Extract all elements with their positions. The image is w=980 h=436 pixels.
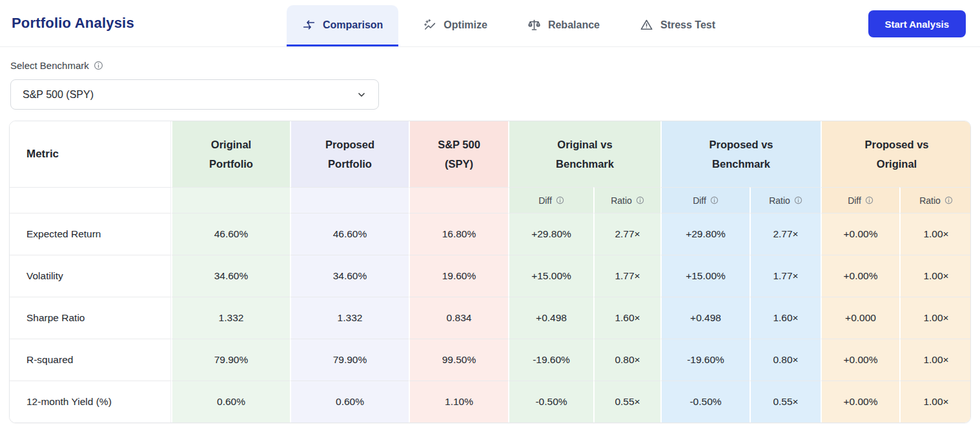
tab-bar: Comparison Optimize Rebalance (287, 5, 731, 46)
benchmark-section: Select Benchmark S&P 500 (SPY) (10, 60, 970, 110)
subheader-metric-spacer (10, 187, 171, 213)
info-icon[interactable] (94, 61, 103, 70)
subheader-pvo-ratio: Ratio (899, 187, 971, 213)
value-cell: 1.77× (750, 255, 821, 297)
value-cell: 2.77× (750, 213, 821, 255)
subheader-ovb-diff: Diff (508, 187, 593, 213)
value-cell: 0.60% (171, 381, 290, 422)
value-cell: +0.00% (821, 381, 899, 422)
sparkles-icon (423, 18, 436, 32)
value-cell: 16.80% (409, 213, 508, 255)
value-cell: 0.80× (750, 339, 821, 381)
info-icon[interactable] (944, 196, 953, 204)
warning-triangle-icon (640, 18, 653, 32)
info-icon[interactable] (556, 196, 564, 204)
metric-cell: R-squared (10, 339, 171, 381)
table-subheader-row: Diff Ratio Diff Ratio Diff Ratio (10, 187, 971, 213)
metric-cell: Sharpe Ratio (10, 297, 171, 339)
subheader-pvb-diff: Diff (660, 187, 750, 213)
benchmark-selected-value: S&P 500 (SPY) (23, 89, 94, 101)
value-cell: +0.498 (660, 297, 750, 339)
value-cell: -19.60% (660, 339, 750, 381)
value-cell: 79.90% (171, 339, 290, 381)
value-cell: 0.55× (593, 381, 660, 422)
value-cell: +0.00% (821, 255, 899, 297)
tab-optimize-label: Optimize (444, 19, 487, 31)
column-header-proposed-portfolio: Proposed Portfolio (290, 121, 409, 187)
value-cell: 1.60× (750, 297, 821, 339)
value-cell: +15.00% (660, 255, 750, 297)
value-cell: +29.80% (508, 213, 593, 255)
app-header: Portfolio Analysis Comparison Optimize (0, 0, 980, 47)
page-title: Portfolio Analysis (12, 15, 134, 32)
balance-scale-icon (527, 18, 541, 32)
value-cell: -19.60% (508, 339, 593, 381)
column-header-proposed-vs-benchmark: Proposed vs Benchmark (660, 121, 821, 187)
value-cell: 79.90% (290, 339, 409, 381)
value-cell: +15.00% (508, 255, 593, 297)
value-cell: 2.77× (593, 213, 660, 255)
column-header-metric: Metric (10, 121, 171, 187)
value-cell: 46.60% (290, 213, 409, 255)
metric-cell: Volatility (10, 255, 171, 297)
benchmark-label-row: Select Benchmark (10, 60, 970, 71)
value-cell: 46.60% (171, 213, 290, 255)
subheader-spacer (171, 187, 290, 213)
value-cell: 1.00× (899, 255, 971, 297)
value-cell: -0.50% (508, 381, 593, 422)
info-icon[interactable] (865, 196, 873, 204)
value-cell: 34.60% (171, 255, 290, 297)
value-cell: 0.834 (409, 297, 508, 339)
table-row: 12-month Yield (%) 0.60% 0.60% 1.10% -0.… (10, 381, 971, 422)
value-cell: 1.332 (171, 297, 290, 339)
value-cell: -0.50% (660, 381, 750, 422)
subheader-ovb-ratio: Ratio (593, 187, 660, 213)
value-cell: 19.60% (409, 255, 508, 297)
column-header-original-portfolio: Original Portfolio (171, 121, 290, 187)
table-row: Volatility 34.60% 34.60% 19.60% +15.00% … (10, 255, 971, 297)
column-header-proposed-vs-original: Proposed vs Original (821, 121, 971, 187)
subheader-spacer (409, 187, 508, 213)
value-cell: +0.000 (821, 297, 899, 339)
start-analysis-button[interactable]: Start Analysis (868, 10, 966, 37)
subheader-pvo-diff: Diff (821, 187, 899, 213)
tab-optimize[interactable]: Optimize (407, 5, 503, 46)
value-cell: 99.50% (409, 339, 508, 381)
subheader-pvb-ratio: Ratio (750, 187, 821, 213)
comparison-table: Metric Original Portfolio Proposed Portf… (9, 121, 971, 423)
value-cell: 1.77× (593, 255, 660, 297)
table-header-row: Metric Original Portfolio Proposed Portf… (10, 121, 971, 187)
value-cell: +0.498 (508, 297, 593, 339)
table-row: R-squared 79.90% 79.90% 99.50% -19.60% 0… (10, 339, 971, 381)
value-cell: 1.00× (899, 381, 971, 422)
metric-cell: Expected Return (10, 213, 171, 255)
value-cell: 1.00× (899, 213, 971, 255)
subheader-spacer (290, 187, 409, 213)
value-cell: 34.60% (290, 255, 409, 297)
tab-comparison[interactable]: Comparison (287, 5, 398, 46)
value-cell: 1.00× (899, 297, 971, 339)
value-cell: 1.10% (409, 381, 508, 422)
column-header-benchmark: S&P 500 (SPY) (409, 121, 508, 187)
info-icon[interactable] (710, 196, 719, 204)
tab-stress-test-label: Stress Test (660, 19, 715, 31)
info-icon[interactable] (636, 196, 644, 204)
tab-rebalance[interactable]: Rebalance (512, 5, 615, 46)
compare-arrows-icon (302, 18, 316, 32)
tab-stress-test[interactable]: Stress Test (624, 5, 731, 46)
info-icon[interactable] (794, 196, 802, 204)
value-cell: 0.55× (750, 381, 821, 422)
value-cell: 0.80× (593, 339, 660, 381)
column-header-original-vs-benchmark: Original vs Benchmark (508, 121, 660, 187)
value-cell: 1.60× (593, 297, 660, 339)
metric-cell: 12-month Yield (%) (10, 381, 171, 422)
tab-comparison-label: Comparison (323, 19, 383, 31)
benchmark-label: Select Benchmark (10, 60, 89, 71)
value-cell: +0.00% (821, 213, 899, 255)
value-cell: 0.60% (290, 381, 409, 422)
table-row: Expected Return 46.60% 46.60% 16.80% +29… (10, 213, 971, 255)
table-row: Sharpe Ratio 1.332 1.332 0.834 +0.498 1.… (10, 297, 971, 339)
tab-rebalance-label: Rebalance (548, 19, 600, 31)
value-cell: +0.00% (821, 339, 899, 381)
benchmark-select[interactable]: S&P 500 (SPY) (10, 79, 379, 110)
